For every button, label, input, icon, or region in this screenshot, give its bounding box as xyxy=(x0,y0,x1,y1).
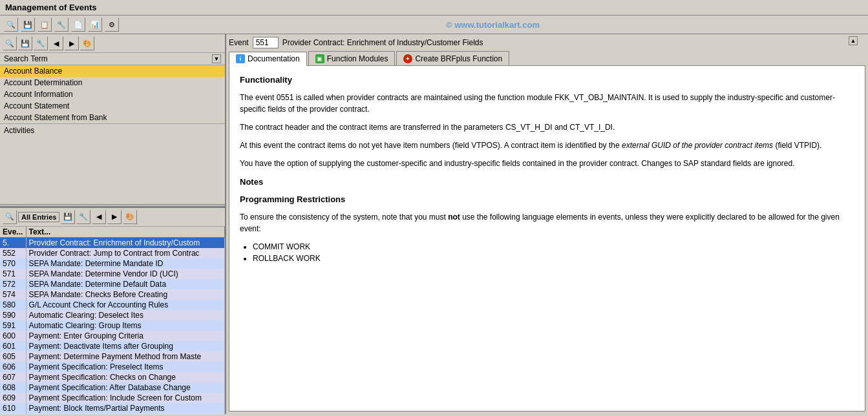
table-row[interactable]: 574SEPA Mandate: Checks Before Creating xyxy=(0,289,225,300)
tab-documentation[interactable]: i Documentation xyxy=(229,52,307,66)
restriction-commit: COMMIT WORK xyxy=(253,241,854,253)
list-item-account-balance[interactable]: Account Balance xyxy=(0,65,225,77)
programming-restrictions-heading: Programming Restrictions xyxy=(240,193,854,206)
left-filter-btn[interactable]: 🔧 xyxy=(34,36,48,50)
list-item-activities[interactable]: Activities xyxy=(0,123,225,137)
bottom-color-btn[interactable]: 🎨 xyxy=(123,210,137,224)
event-text-cell: Payment Specification: After Database Ch… xyxy=(26,382,225,393)
table-row[interactable]: 571SEPA Mandate: Determine Vendor ID (UC… xyxy=(0,269,225,279)
left-search-btn[interactable]: 🔍 xyxy=(3,36,17,50)
event-text-cell: Payments: Check Debit Memo Notification xyxy=(26,413,225,414)
table-row[interactable]: 590Automatic Clearing: Deselect Ites xyxy=(0,310,225,320)
event-eve-cell: 611 xyxy=(0,413,26,414)
event-eve-cell: 552 xyxy=(0,248,26,258)
documentation-icon: i xyxy=(236,54,245,63)
event-eve-cell: 571 xyxy=(0,269,26,279)
event-eve-cell: 606 xyxy=(0,362,26,372)
event-text-cell: SEPA Mandate: Determine Default Data xyxy=(26,279,225,289)
event-eve-cell: 608 xyxy=(0,382,26,393)
notes-heading: Notes xyxy=(240,176,854,189)
table-row[interactable]: 552Provider Contract: Jump to Contract f… xyxy=(0,248,225,258)
bottom-save-btn[interactable]: 💾 xyxy=(61,210,75,224)
left-bottom-toolbar: 🔍 All Entries 💾 🔧 ◀ ▶ 🎨 xyxy=(0,208,225,227)
table-row[interactable]: 572SEPA Mandate: Determine Default Data xyxy=(0,279,225,289)
italic-text-1: external GUID of the provider contract i… xyxy=(622,141,773,150)
table-row[interactable]: 591Automatic Clearing: Group Items xyxy=(0,320,225,331)
para-5: To ensure the consistency of the system,… xyxy=(240,211,854,234)
documentation-content: Functionality The event 0551 is called w… xyxy=(229,65,865,411)
toolbar-btn-6[interactable]: 📊 xyxy=(88,17,102,32)
toolbar-btn-3[interactable]: 📋 xyxy=(37,17,52,32)
tab-create-brfplus-label: Create BRFplus Function xyxy=(415,54,502,63)
event-text-cell: Payment: Deactivate Items after Grouping xyxy=(26,341,225,351)
bottom-nav-right[interactable]: ▶ xyxy=(107,210,122,224)
tab-documentation-label: Documentation xyxy=(248,54,300,63)
event-label: Event xyxy=(229,38,249,47)
para-2: The contract header and the contract ite… xyxy=(240,121,854,133)
left-list-scroll[interactable]: Account Balance Account Determination Ac… xyxy=(0,65,225,204)
event-text-cell: SEPA Mandate: Checks Before Creating xyxy=(26,289,225,300)
left-color-btn[interactable]: 🎨 xyxy=(80,36,94,50)
table-row[interactable]: 580G/L Account Check for Accounting Rule… xyxy=(0,300,225,310)
para-3: At this event the contract items do not … xyxy=(240,140,854,151)
col-eve: Eve... xyxy=(0,227,26,238)
event-text-cell: Provider Contract: Jump to Contract from… xyxy=(26,248,225,258)
tab-function-modules[interactable]: ▣ Function Modules xyxy=(308,51,396,65)
table-row[interactable]: 610Payment: Block Items/Partial Payments xyxy=(0,403,225,413)
bottom-nav-left[interactable]: ◀ xyxy=(92,210,106,224)
toolbar-btn-2[interactable]: 💾 xyxy=(21,17,35,32)
toolbar-btn-7[interactable]: ⚙ xyxy=(105,17,119,32)
scroll-down-btn[interactable]: ▼ xyxy=(212,54,221,63)
table-row[interactable]: 611Payments: Check Debit Memo Notificati… xyxy=(0,413,225,414)
table-row[interactable]: 609Payment Specification: Include Screen… xyxy=(0,393,225,403)
event-text-cell: SEPA Mandate: Determine Vendor ID (UCI) xyxy=(26,269,225,279)
toolbar-btn-1[interactable]: 🔍 xyxy=(4,17,18,32)
events-table-scroll[interactable]: Eve... Text... 5.Provider Contract: Enri… xyxy=(0,227,225,414)
functionality-heading: Functionality xyxy=(240,74,854,87)
main-toolbar: 🔍 💾 📋 🔧 📄 📊 ⚙ © www.tutorialkart.com xyxy=(0,16,868,34)
event-eve-cell: 5. xyxy=(0,237,26,248)
left-nav-btn[interactable]: ◀ xyxy=(49,36,63,50)
table-row[interactable]: 601Payment: Deactivate Items after Group… xyxy=(0,341,225,351)
tab-create-brfplus[interactable]: ✦ Create BRFplus Function xyxy=(396,51,509,65)
event-text-cell: Automatic Clearing: Deselect Ites xyxy=(26,310,225,320)
para-1: The event 0551 is called when provider c… xyxy=(240,92,854,115)
event-eve-cell: 605 xyxy=(0,351,26,362)
left-save-btn[interactable]: 💾 xyxy=(18,36,32,50)
table-row[interactable]: 606Payment Specification: Preselect Item… xyxy=(0,362,225,372)
title-bar: Management of Events xyxy=(0,0,868,16)
event-eve-cell: 570 xyxy=(0,258,26,269)
toolbar-btn-filter[interactable]: 🔧 xyxy=(54,17,69,32)
restriction-rollback: ROLLBACK WORK xyxy=(253,253,854,264)
left-nav-btn2[interactable]: ▶ xyxy=(65,36,79,50)
restrictions-list: COMMIT WORK ROLLBACK WORK xyxy=(253,241,854,264)
event-text-cell: Payment Specification: Preselect Items xyxy=(26,362,225,372)
event-text-cell: Payment: Determine Payment Method from M… xyxy=(26,351,225,362)
list-item-account-information[interactable]: Account Information xyxy=(0,88,225,100)
list-item-account-determination[interactable]: Account Determination xyxy=(0,77,225,88)
table-row[interactable]: 5.Provider Contract: Enrichment of Indus… xyxy=(0,237,225,248)
table-row[interactable]: 600Payment: Enter Grouping Criteria xyxy=(0,331,225,341)
toolbar-btn-5[interactable]: 📄 xyxy=(71,17,85,32)
search-term-header: Search Term ▼ xyxy=(0,53,225,65)
table-row[interactable]: 570SEPA Mandate: Determine Mandate ID xyxy=(0,258,225,269)
all-entries-button[interactable]: All Entries xyxy=(18,212,59,222)
event-text-cell: Payment Specification: Include Screen fo… xyxy=(26,393,225,403)
table-row[interactable]: 608Payment Specification: After Database… xyxy=(0,382,225,393)
brfplus-icon: ✦ xyxy=(403,54,412,63)
event-text-cell: Payment Specification: Checks on Change xyxy=(26,372,225,382)
bottom-filter-btn[interactable]: 🔧 xyxy=(76,210,90,224)
event-eve-cell: 600 xyxy=(0,331,26,341)
bottom-search-btn[interactable]: 🔍 xyxy=(3,210,17,224)
list-item-account-statement-bank[interactable]: Account Statement from Bank xyxy=(0,112,225,123)
table-row[interactable]: 607Payment Specification: Checks on Chan… xyxy=(0,372,225,382)
list-item-account-statement[interactable]: Account Statement xyxy=(0,100,225,112)
event-eve-cell: 572 xyxy=(0,279,26,289)
bold-not: not xyxy=(448,213,460,222)
table-row[interactable]: 605Payment: Determine Payment Method fro… xyxy=(0,351,225,362)
events-table: Eve... Text... 5.Provider Contract: Enri… xyxy=(0,227,225,414)
para-4: You have the option of supplying the cus… xyxy=(240,158,854,169)
left-bottom-section: 🔍 All Entries 💾 🔧 ◀ ▶ 🎨 Eve... Text... xyxy=(0,207,225,414)
search-term-label: Search Term xyxy=(4,54,48,63)
event-text-cell: Payment: Enter Grouping Criteria xyxy=(26,331,225,341)
